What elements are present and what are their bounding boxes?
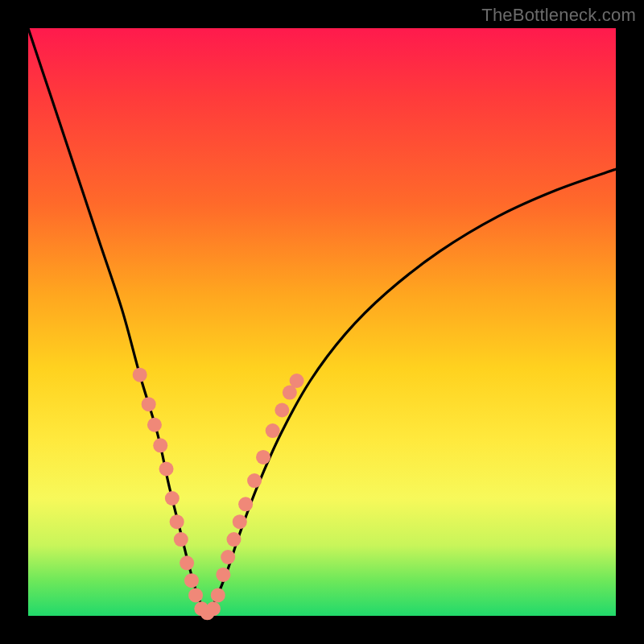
marker-dot [147, 418, 162, 432]
marker-dot [227, 532, 242, 547]
marker-dot [159, 462, 174, 477]
marker-dot [233, 514, 247, 529]
highlighted-points [133, 368, 304, 621]
chart-frame: TheBottleneck.com [0, 0, 644, 644]
marker-dot [206, 601, 221, 616]
marker-dot [256, 450, 270, 464]
marker-dot [184, 573, 199, 588]
marker-dot [142, 397, 156, 411]
marker-dot [174, 532, 188, 547]
marker-dot [238, 497, 253, 511]
marker-dot [266, 423, 280, 438]
marker-dot [133, 368, 147, 382]
marker-dot [211, 588, 225, 602]
watermark-text: TheBottleneck.com [481, 5, 636, 26]
marker-dot [180, 555, 194, 570]
marker-dot [275, 403, 289, 418]
plot-area [28, 28, 616, 616]
bottleneck-curve [28, 28, 616, 613]
marker-dot [290, 374, 304, 388]
marker-dot [188, 588, 203, 602]
marker-dot [247, 473, 262, 488]
chart-svg [28, 28, 616, 616]
marker-dot [153, 438, 167, 452]
marker-dot [170, 514, 184, 529]
marker-dot [165, 491, 180, 506]
marker-dot [216, 568, 230, 582]
marker-dot [221, 550, 235, 564]
